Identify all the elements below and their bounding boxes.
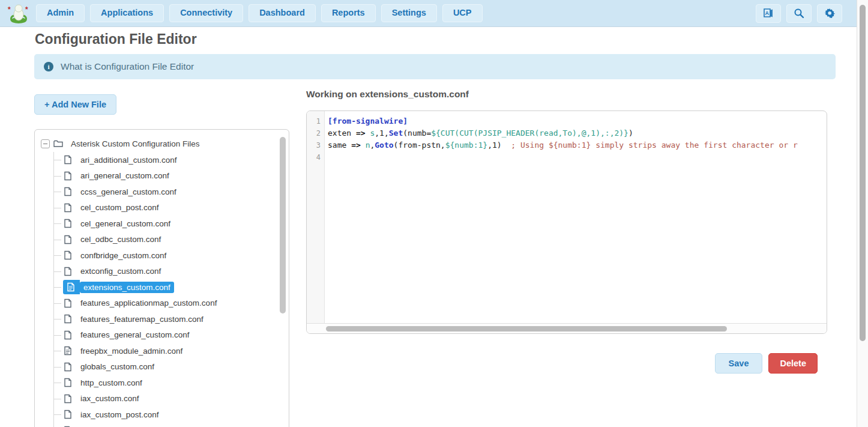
top-navbar: * * AdminApplicationsConnectivityDashboa…	[0, 0, 857, 27]
file-icon	[63, 330, 73, 340]
tree-item-icon-wrap	[63, 267, 77, 276]
code-token-section: [from-signalwire]	[328, 117, 408, 126]
tree-item-extconfig_custom.conf[interactable]: extconfig_custom.conf	[54, 264, 283, 280]
tree-item-http_custom.conf[interactable]: http_custom.conf	[54, 375, 283, 391]
nav-item-applications[interactable]: Applications	[90, 4, 164, 22]
file-icon	[63, 171, 73, 181]
file-icon	[63, 267, 73, 276]
tree-item-cel_custom_post.conf[interactable]: cel_custom_post.conf	[54, 200, 283, 216]
svg-text:*: *	[8, 5, 11, 14]
tree-item-label: ari_additional_custom.conf	[77, 154, 181, 166]
line-number: 2	[307, 127, 324, 139]
code-line-2: exten => s,1,Set(numb=${CUT(CUT(PJSIP_HE…	[328, 127, 827, 139]
search-icon[interactable]	[786, 4, 812, 23]
tree-item-label: features_general_custom.conf	[77, 329, 193, 341]
tree-item-icon-wrap	[63, 378, 77, 387]
tree-root-label: Asterisk Custom Configuration Files	[67, 138, 203, 150]
nav-item-admin[interactable]: Admin	[36, 4, 85, 22]
tree-item-icon-wrap	[63, 410, 77, 419]
tree-item-icon-wrap	[63, 171, 77, 181]
nav-item-dashboard[interactable]: Dashboard	[249, 4, 316, 22]
code-line-3: same => n,Goto(from-pstn,${numb:1},1) ; …	[328, 139, 827, 151]
code-token-plain	[502, 141, 511, 150]
config-file-editor: 1234 [from-signalwire]exten => s,1,Set(n…	[306, 111, 827, 334]
language-icon[interactable]: A	[756, 4, 781, 23]
tree-item-cel_odbc_custom.conf[interactable]: cel_odbc_custom.conf	[54, 232, 283, 248]
file-icon	[63, 314, 73, 324]
code-token-op: =>	[351, 141, 361, 150]
collapse-minus-icon[interactable]	[41, 139, 50, 148]
file-icon	[63, 378, 73, 387]
tree-item-ari_additional_custom.conf[interactable]: ari_additional_custom.conf	[54, 152, 283, 168]
tree-item-ccss_general_custom.conf[interactable]: ccss_general_custom.conf	[54, 184, 283, 200]
tree-item-icon-wrap	[63, 346, 77, 356]
editor-horizontal-scrollbar[interactable]	[307, 323, 827, 333]
file-icon	[63, 203, 73, 213]
working-on-heading: Working on extensions_custom.conf	[306, 89, 469, 100]
nav-item-connectivity[interactable]: Connectivity	[169, 4, 243, 22]
tree-item-label: extconfig_custom.conf	[77, 265, 164, 277]
tree-item-icon-wrap	[63, 155, 77, 165]
tree-item-icon-wrap	[63, 362, 77, 372]
delete-button[interactable]: Delete	[768, 353, 818, 374]
gear-icon[interactable]	[817, 4, 842, 23]
info-help-bar[interactable]: i What is Configuration File Editor	[34, 54, 836, 79]
line-number: 4	[307, 151, 324, 163]
tree-item-icon-wrap	[63, 280, 80, 294]
tree-item-extensions_custom.conf[interactable]: extensions_custom.conf	[54, 279, 283, 295]
tree-item-label: globals_custom.conf	[77, 361, 158, 372]
tree-item-features_featuremap_custom.conf[interactable]: features_featuremap_custom.conf	[54, 311, 283, 327]
save-button[interactable]: Save	[715, 353, 763, 374]
tree-item-label: ccss_general_custom.conf	[77, 186, 180, 198]
tree-item-icon-wrap	[63, 330, 77, 340]
code-token-plain: exten	[328, 129, 356, 138]
tree-item-iax_custom_post.conf[interactable]: iax_custom_post.conf	[54, 407, 283, 423]
tree-item-label: ari_general_custom.conf	[77, 170, 173, 181]
file-icon	[63, 362, 73, 372]
file-text-icon	[66, 282, 76, 292]
tree-item-label: cel_general_custom.conf	[77, 218, 174, 229]
tree-scrollbar-thumb[interactable]	[280, 137, 286, 313]
tree-item-globals_custom.conf[interactable]: globals_custom.conf	[54, 359, 283, 375]
tree-root-node[interactable]: Asterisk Custom Configuration Files	[41, 135, 283, 152]
tree-item-cel_general_custom.conf[interactable]: cel_general_custom.conf	[54, 216, 283, 232]
tree-item-ari_general_custom.conf[interactable]: ari_general_custom.conf	[54, 168, 283, 184]
tree-item-label: features_applicationmap_custom.conf	[77, 297, 220, 309]
code-line-4	[328, 151, 827, 163]
nav-menu: AdminApplicationsConnectivityDashboardRe…	[36, 4, 756, 22]
code-token-atom: ${CUT(CUT(PJSIP_HEADER(read,To),@,1),:,2…	[431, 129, 628, 138]
code-token-atom: ${numb:1}	[445, 141, 487, 150]
freepbx-logo-icon[interactable]: * *	[6, 2, 31, 25]
nav-item-reports[interactable]: Reports	[321, 4, 376, 22]
tree-item-label: iax_custom_post.conf	[77, 409, 163, 420]
tree-item-icon-wrap	[63, 250, 77, 260]
info-help-label: What is Configuration File Editor	[61, 61, 194, 72]
tree-item-iax_custom.conf[interactable]: iax_custom.conf	[54, 391, 283, 407]
tree-item-confbridge_custom.conf[interactable]: confbridge_custom.conf	[54, 247, 283, 264]
tree-item-freepbx_module_admin.conf[interactable]: freepbx_module_admin.conf	[54, 343, 283, 359]
code-token-plain: (numb=	[403, 129, 431, 138]
tree-item-icon-wrap	[63, 298, 77, 308]
code-token-plain: ,1,	[375, 129, 388, 138]
tree-item-label: http_custom.conf	[77, 377, 146, 389]
code-token-plain: )	[628, 129, 633, 138]
window-scrollbar-thumb[interactable]	[860, 5, 866, 341]
tree-item-features_applicationmap_custom.conf[interactable]: features_applicationmap_custom.conf	[54, 295, 283, 312]
line-number-gutter: 1234	[307, 111, 325, 323]
tree-item-icon-wrap	[63, 235, 77, 244]
svg-text:A: A	[765, 10, 770, 16]
code-area[interactable]: [from-signalwire]exten => s,1,Set(numb=$…	[325, 111, 827, 323]
nav-item-ucp[interactable]: UCP	[442, 4, 483, 22]
tree-item-label: confbridge_custom.conf	[77, 250, 170, 261]
window-scrollbar[interactable]	[857, 0, 868, 427]
tree-item-features_general_custom.conf[interactable]: features_general_custom.conf	[54, 327, 283, 344]
code-line-1: [from-signalwire]	[328, 115, 827, 127]
add-new-file-button[interactable]: + Add New File	[34, 94, 116, 115]
editor-actions: Save Delete	[306, 353, 818, 374]
code-token-plain: same	[328, 141, 351, 150]
tree-item-partial[interactable]	[54, 423, 283, 427]
tree-item-icon-wrap	[63, 187, 77, 196]
editor-hscroll-thumb[interactable]	[326, 326, 727, 332]
file-icon	[63, 235, 73, 244]
nav-item-settings[interactable]: Settings	[381, 4, 437, 22]
